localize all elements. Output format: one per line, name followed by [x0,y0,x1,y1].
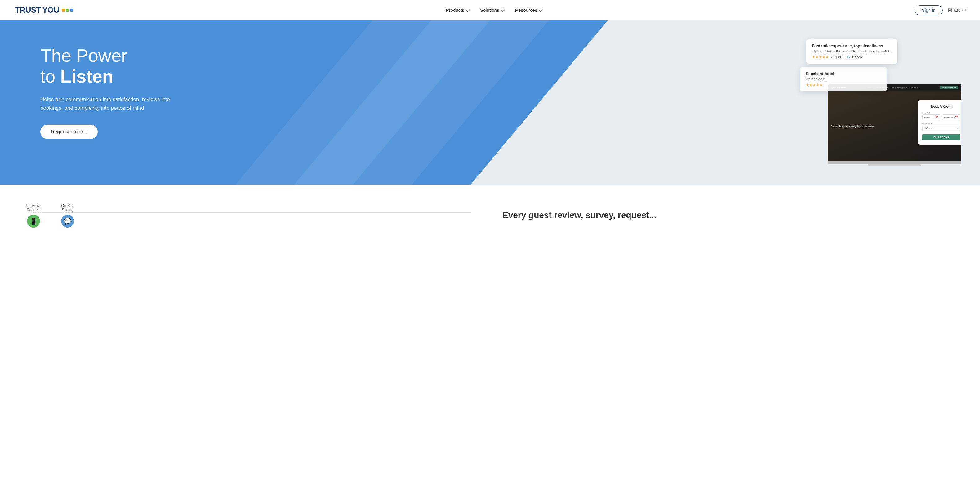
nav-solutions[interactable]: Solutions [480,8,504,13]
dates-row: Check-In 📅 Check-Out 📅 [922,115,960,120]
guests-value: 2 Guests [924,127,933,130]
checkin-cal-icon: 📅 [935,116,938,118]
hero-subtitle: Helps turn communication into satisfacti… [40,95,170,112]
laptop-screen: SAPPHIRE DINING SPA & BEAUTY ENTERTAINME… [828,84,961,161]
review-card-2-meta: ★★★★★ [806,83,881,87]
timeline-icon-1: 📱 [27,215,40,228]
guests-chevron-icon: ▾ [957,127,958,130]
review-card-1-source: Google [852,55,863,59]
guests-field: 2 Guests ▾ [922,126,960,131]
sign-in-button[interactable]: Sign In [915,5,943,15]
translate-icon: ⊞ [948,7,952,14]
logo-square-green [66,9,69,12]
hero-text-block: The Power to Listen Helps turn communica… [40,39,170,139]
hero-title-line1: The Power [40,45,127,65]
lang-chevron-icon [962,8,966,12]
products-chevron-icon [466,8,470,12]
laptop-screen-inner: SAPPHIRE DINING SPA & BEAUTY ENTERTAINME… [828,84,961,161]
hero-section: The Power to Listen Helps turn communica… [0,21,980,185]
laptop-nav-services: SERVICES [910,86,919,88]
review-card-1-title: Fantastic experience, top cleanliness [812,43,892,48]
laptop-book-btn: BOOK A ROOM [940,86,958,89]
laptop-room-tagline: Your home away from home [831,124,873,128]
nav-resources-label: Resources [515,8,538,13]
review-card-2-stars: ★★★★★ [806,83,823,87]
right-section-title: Every guest review, survey, request... [503,210,955,221]
timeline-item-2-label: On-Site Survey [61,204,74,212]
right-text-section: Every guest review, survey, request... [503,204,955,221]
checkin-field: Check-In 📅 [922,115,940,120]
dates-label: DATES [922,111,960,113]
timeline-item-1: Pre-Arrival Request 📱 [25,204,43,228]
hero-title: The Power to Listen [40,45,170,86]
bottom-section: Pre-Arrival Request 📱 On-Site Survey 💬 E… [0,185,980,240]
hero-visuals: Fantastic experience, top cleanliness Th… [794,36,955,166]
checkout-cal-icon: 📅 [955,116,958,118]
timeline-line [31,212,471,213]
timeline-items: Pre-Arrival Request 📱 On-Site Survey 💬 [25,204,477,228]
nav-solutions-label: Solutions [480,8,499,13]
hero-content: The Power to Listen Helps turn communica… [0,21,980,185]
logo-squares [62,9,73,12]
review-card-1-meta: ★★★★★ • 100/100 G Google [812,55,892,59]
nav-resources[interactable]: Resources [515,8,542,13]
logo-you-text: YOU [42,5,59,15]
logo-trust-text: TRUST [15,5,41,15]
request-demo-button[interactable]: Request a demo [40,125,98,139]
review-card-1-stars: ★★★★★ [812,55,829,59]
nav-products-label: Products [446,8,464,13]
review-card-1-text: The hotel takes the adequate cleanliness… [812,49,892,53]
laptop-stand [868,164,921,166]
laptop-base [828,161,961,164]
google-icon: G [847,55,850,59]
review-card-2-text: We had an e... [806,77,881,81]
timeline-item-1-label: Pre-Arrival Request [25,204,43,212]
timeline-item-2: On-Site Survey 💬 [61,204,74,228]
find-rooms-button[interactable]: FIND ROOMS [922,134,960,140]
book-room-title: Book A Room [922,105,960,108]
review-card-1: Fantastic experience, top cleanliness Th… [806,39,897,64]
laptop-body: Your home away from home Book A Room DAT… [828,91,961,161]
journey-timeline: Pre-Arrival Request 📱 On-Site Survey 💬 [25,204,477,228]
logo-square-blue [70,9,73,12]
logo-square-orange [62,9,65,12]
language-selector[interactable]: ⊞ EN [948,7,965,14]
checkout-field: Check-Out 📅 [942,115,960,120]
nav-products[interactable]: Products [446,8,469,13]
main-nav: Products Solutions Resources [446,8,542,13]
resources-chevron-icon [539,8,543,12]
review-card-2: Excellent hotel We had an e... ★★★★★ [800,67,887,91]
lang-label: EN [954,8,960,13]
review-card-2-title: Excellent hotel [806,71,881,76]
laptop-mockup: SAPPHIRE DINING SPA & BEAUTY ENTERTAINME… [828,84,961,166]
timeline-icon-2: 💬 [61,215,74,228]
guests-label: GUESTS [922,123,960,125]
laptop-nav-entertainment: ENTERTAINMENT [892,86,907,88]
header: TRUSTYOU Products Solutions Resources Si… [0,0,980,21]
hero-title-line2: to [40,66,60,86]
solutions-chevron-icon [501,8,505,12]
hero-title-bold: Listen [60,66,113,86]
logo[interactable]: TRUSTYOU [15,5,73,15]
book-room-panel: Book A Room DATES Check-In 📅 Check-Out [918,100,961,145]
review-card-1-score: • 100/100 [831,55,845,59]
header-right: Sign In ⊞ EN [915,5,965,15]
